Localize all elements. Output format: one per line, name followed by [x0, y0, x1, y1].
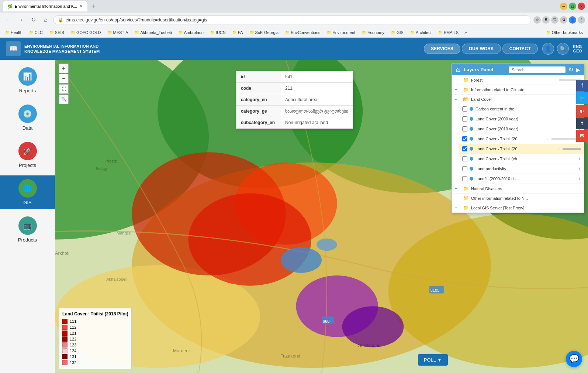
- tumblr-social-button[interactable]: t: [576, 117, 588, 129]
- shield-icon[interactable]: 🛡: [551, 16, 558, 24]
- nav-services[interactable]: SERVICES: [424, 44, 460, 54]
- expand-icon[interactable]: −: [455, 97, 461, 102]
- address-text[interactable]: eims.eiec.gov.ge/en-us/app/services/?mod…: [66, 17, 526, 23]
- layers-refresh-button[interactable]: ↻: [568, 66, 573, 73]
- bookmark-akhmeta[interactable]: 📁 Akhmeta_Tusheti: [132, 30, 174, 35]
- extension-icon[interactable]: B: [542, 16, 550, 24]
- layer-add-button[interactable]: +: [557, 146, 560, 152]
- layer-group-local-gis[interactable]: + 📁 Local GIS Server [Test Proxy]: [452, 203, 584, 213]
- layer-group-landcover[interactable]: − 📂 Land Cover: [452, 95, 584, 104]
- maximize-button[interactable]: □: [569, 3, 576, 10]
- user-icon-button[interactable]: 👤: [542, 43, 554, 55]
- layer-group-climate[interactable]: + 📁 Information related to Climate: [452, 85, 584, 95]
- bookmark-seis[interactable]: 📁 SEIS: [47, 30, 66, 35]
- profile-icon[interactable]: 👤: [569, 16, 576, 24]
- map-search-button[interactable]: 🔍: [59, 95, 69, 104]
- poll-button[interactable]: POLL ▼: [418, 354, 448, 366]
- bookmark-clc[interactable]: 📁 CLC: [27, 30, 45, 35]
- lang-geo[interactable]: GEO: [573, 49, 582, 53]
- sidebar-item-data[interactable]: 💿 Data: [0, 101, 55, 134]
- layers-expand-button[interactable]: ▶: [576, 67, 580, 73]
- email-social-button[interactable]: ✉: [576, 130, 588, 142]
- nav-contact[interactable]: CONTACT: [502, 44, 538, 54]
- bookmark-ambrolauri[interactable]: 📁 Ambrolauri: [176, 30, 206, 35]
- new-tab-button[interactable]: +: [89, 3, 97, 10]
- close-button[interactable]: ✕: [578, 3, 585, 10]
- lc2010-checkbox[interactable]: [462, 126, 467, 131]
- land-productivity-checkbox[interactable]: [462, 166, 467, 171]
- sidebar-item-projects[interactable]: 🚀 Projects: [0, 138, 55, 172]
- menu-icon[interactable]: ⋮: [578, 16, 585, 24]
- facebook-social-button[interactable]: f: [576, 80, 588, 92]
- layer-group-natural-disasters[interactable]: + 📁 Natural Disasters: [452, 184, 584, 194]
- messenger-bubble[interactable]: 💬: [566, 351, 582, 367]
- forward-button[interactable]: →: [15, 15, 26, 25]
- sidebar-item-gis[interactable]: 🌐 GIS: [0, 175, 55, 209]
- layer-slider-active[interactable]: [563, 148, 581, 150]
- layer-add-button[interactable]: +: [578, 166, 581, 172]
- layer-add-button[interactable]: +: [578, 156, 581, 162]
- home-button[interactable]: ⌂: [41, 15, 51, 25]
- lc-tbilisi1-checkbox[interactable]: [462, 136, 467, 141]
- lc-tbilisi-ch-checkbox[interactable]: [462, 156, 467, 161]
- landfill-checkbox[interactable]: [462, 176, 467, 181]
- carbon-checkbox[interactable]: [462, 106, 467, 112]
- lc2000-checkbox[interactable]: [462, 116, 467, 122]
- nav-our-work[interactable]: OUR WORK: [462, 44, 501, 54]
- expand-icon[interactable]: +: [455, 205, 461, 211]
- layer-add-button[interactable]: +: [578, 176, 581, 182]
- bookmark-soe[interactable]: 📁 SoE-Georgia: [248, 30, 281, 35]
- bookmark-environment[interactable]: 📁 Environment: [325, 30, 357, 35]
- bookmark-other[interactable]: 📁 Other bookmarks: [544, 30, 585, 35]
- twitter-social-button[interactable]: 🐦: [576, 92, 588, 104]
- expand-icon[interactable]: +: [455, 196, 461, 201]
- layer-item-landfill[interactable]: Landfill (2000-2010 ch... +: [459, 174, 584, 184]
- layer-item-land-productivity[interactable]: Land productivity +: [459, 164, 584, 174]
- bookmark-gis[interactable]: 📁 GIS: [389, 30, 406, 35]
- lang-eng[interactable]: ENG: [573, 44, 582, 49]
- sidebar-item-reports[interactable]: 📊 Reports: [0, 64, 55, 97]
- expand-icon[interactable]: +: [455, 87, 461, 92]
- layer-item-lc-tbilisi2[interactable]: Land Cover - Tbilisi (20... +: [459, 144, 584, 154]
- zoom-out-button[interactable]: −: [59, 74, 69, 83]
- fullscreen-button[interactable]: ⛶: [59, 84, 69, 94]
- bookmark-pa[interactable]: 📁 PA: [230, 30, 245, 35]
- bookmark-iucn[interactable]: 📁 IUCN: [208, 30, 228, 35]
- bookmark-gofc[interactable]: 📁 GOFC-GOLD: [69, 30, 103, 35]
- google-plus-social-button[interactable]: g+: [576, 105, 588, 117]
- sidebar-item-products[interactable]: 📺 Products: [0, 213, 55, 246]
- bookmark-envconventions[interactable]: 📁 EnvConventions: [283, 30, 322, 35]
- bookmark-mestia[interactable]: 📁 MESTIA: [106, 30, 131, 35]
- minimize-button[interactable]: ─: [560, 3, 567, 10]
- layer-item-lc2010[interactable]: Land Cover (2010 year) +: [459, 124, 584, 134]
- layer-item-lc2000[interactable]: Land Cover (2000 year) +: [459, 114, 584, 124]
- browser-titlebar: 🌿 Environmental Information and K... ✕ +…: [0, 0, 588, 13]
- layers-search-input[interactable]: [509, 66, 565, 73]
- layer-item-carbon[interactable]: Carbon content in the ... +: [459, 104, 584, 114]
- info-key-category-en: category_en: [236, 94, 281, 106]
- reload-button[interactable]: ↻: [28, 15, 38, 25]
- expand-icon[interactable]: +: [455, 186, 461, 191]
- layer-group-other-info[interactable]: + 📁 Other information related to N...: [452, 194, 584, 203]
- bookmark-emails[interactable]: 📁 EMAILS: [436, 30, 461, 35]
- bookmark-economy[interactable]: 📁 Economy: [360, 30, 387, 35]
- search-icon-button[interactable]: 🔍: [557, 43, 569, 55]
- browser-window: 🌿 Environmental Information and K... ✕ +…: [0, 0, 588, 38]
- bookmark-icon[interactable]: ☆: [533, 16, 541, 24]
- tab-close[interactable]: ✕: [79, 4, 83, 9]
- lc-tbilisi2-checkbox[interactable]: [462, 146, 467, 151]
- bookmark-architect[interactable]: 📁 Architect: [408, 30, 434, 35]
- layer-item-lc-tbilisi1[interactable]: Land Cover - Tbilisi (20... +: [459, 134, 584, 144]
- social-sidebar: f 🐦 g+ t ✉: [576, 80, 588, 142]
- layer-add-button[interactable]: +: [546, 136, 549, 142]
- layer-item-lc-tbilisi-ch[interactable]: Land Cover - Tbilisi (ch... +: [459, 154, 584, 164]
- zoom-in-button[interactable]: +: [59, 64, 69, 73]
- expand-icon[interactable]: +: [455, 78, 461, 83]
- info-key-subcategory-en: subcategory_en: [236, 117, 281, 129]
- bookmarks-more[interactable]: »: [463, 29, 468, 36]
- layer-group-forest[interactable]: + 📁 Forest: [452, 75, 584, 85]
- bookmark-health[interactable]: 📁 Health: [3, 30, 25, 35]
- language-switch[interactable]: ENG GEO: [573, 44, 582, 53]
- settings-icon[interactable]: ⚙: [560, 16, 567, 24]
- back-button[interactable]: ←: [3, 15, 13, 25]
